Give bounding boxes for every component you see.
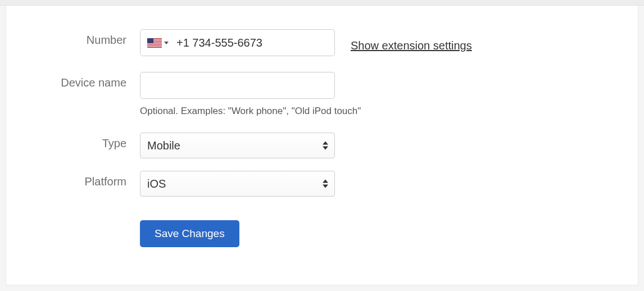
row-submit: Save Changes (6, 220, 638, 247)
us-flag-icon[interactable] (147, 38, 162, 48)
label-type: Type (6, 133, 140, 150)
svg-rect-6 (147, 46, 162, 47)
row-number: Number (6, 29, 638, 56)
label-device-name: Device name (6, 72, 140, 89)
svg-rect-7 (147, 38, 153, 43)
label-platform: Platform (6, 171, 140, 188)
svg-rect-4 (147, 43, 162, 44)
label-number: Number (6, 29, 140, 47)
svg-rect-5 (147, 44, 162, 45)
phone-input[interactable] (176, 37, 328, 49)
show-extension-settings-link[interactable]: Show extension settings (351, 34, 472, 52)
device-name-input[interactable] (140, 72, 335, 99)
save-changes-button[interactable]: Save Changes (140, 220, 239, 247)
chevron-down-icon[interactable] (164, 42, 169, 44)
row-platform: Platform iOS (6, 171, 638, 197)
type-select[interactable]: Mobile (140, 133, 335, 158)
row-type: Type Mobile (6, 133, 638, 158)
phone-input-wrap[interactable] (140, 29, 335, 56)
device-name-help: Optional. Examples: "Work phone", "Old i… (140, 106, 361, 117)
platform-select[interactable]: iOS (140, 171, 335, 197)
form-panel: Number (6, 6, 638, 285)
row-device-name: Device name Optional. Examples: "Work ph… (6, 72, 638, 117)
top-bar (0, 0, 644, 6)
